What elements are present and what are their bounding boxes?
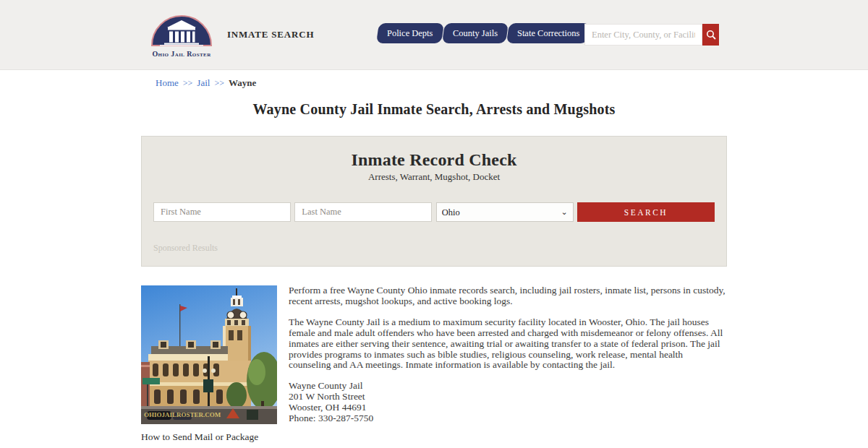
address-street: 201 W North Street bbox=[289, 392, 727, 402]
inmate-search-label: INMATE SEARCH bbox=[227, 29, 314, 40]
courthouse-photo-image: OHIOJAILROSTER.COM bbox=[141, 285, 277, 424]
state-select-wrap: Ohio ⌄ bbox=[436, 202, 574, 222]
main-nav: Police Depts County Jails State Correcti… bbox=[378, 23, 590, 43]
record-search-button[interactable]: SEARCH bbox=[577, 202, 715, 222]
record-check-title: Inmate Record Check bbox=[153, 150, 715, 170]
nav-county-jails-label: County Jails bbox=[453, 28, 498, 39]
breadcrumb-jail-link[interactable]: Jail bbox=[197, 77, 210, 88]
main-content: Home>>Jail>>Wayne Wayne County Jail Inma… bbox=[141, 70, 727, 443]
record-check-form: Ohio ⌄ SEARCH bbox=[153, 202, 715, 222]
nav-county-jails[interactable]: County Jails bbox=[442, 23, 509, 43]
record-check-subtitle: Arrests, Warrant, Mugshot, Docket bbox=[153, 171, 715, 183]
nav-police-depts[interactable]: Police Depts bbox=[376, 23, 443, 43]
address-phone: Phone: 330-287-5750 bbox=[289, 413, 727, 424]
facility-search-button[interactable] bbox=[702, 24, 719, 46]
site-header: Ohio Jail Roster INMATE SEARCH Police De… bbox=[0, 0, 868, 70]
breadcrumb-home-link[interactable]: Home bbox=[156, 77, 179, 88]
nav-state-corrections[interactable]: State Corrections bbox=[506, 23, 590, 43]
intro-paragraph: Perform a free Wayne County Ohio inmate … bbox=[289, 285, 727, 307]
address-city: Wooster, OH 44691 bbox=[289, 402, 727, 413]
breadcrumb: Home>>Jail>>Wayne bbox=[141, 70, 727, 89]
nav-police-depts-label: Police Depts bbox=[387, 28, 433, 39]
content-row: OHIOJAILROSTER.COM Perform a free Wayne … bbox=[141, 285, 727, 424]
photo-watermark: OHIOJAILROSTER.COM bbox=[144, 411, 221, 418]
facility-paragraph: The Wayne County Jail is a medium to max… bbox=[289, 317, 727, 371]
sponsored-results-label: Sponsored Results bbox=[153, 243, 715, 254]
address-name: Wayne County Jail bbox=[289, 381, 727, 392]
logo-caption: Ohio Jail Roster bbox=[147, 50, 216, 58]
nav-state-corrections-label: State Corrections bbox=[517, 28, 579, 39]
address-block: Wayne County Jail 201 W North Street Woo… bbox=[289, 381, 727, 424]
courthouse-dome-logo-icon bbox=[150, 12, 213, 46]
first-name-input[interactable] bbox=[153, 202, 291, 222]
send-mail-link[interactable]: How to Send Mail or Package bbox=[141, 431, 258, 443]
facility-search-input[interactable] bbox=[584, 24, 702, 46]
breadcrumb-separator: >> bbox=[214, 78, 224, 88]
page-title: Wayne County Jail Inmate Search, Arrests… bbox=[141, 101, 727, 118]
description-text: Perform a free Wayne County Ohio inmate … bbox=[289, 285, 727, 424]
last-name-input[interactable] bbox=[294, 202, 432, 222]
state-select[interactable]: Ohio bbox=[436, 202, 574, 222]
search-icon bbox=[706, 30, 716, 40]
breadcrumb-separator: >> bbox=[183, 78, 193, 88]
courthouse-photo[interactable]: OHIOJAILROSTER.COM bbox=[141, 285, 277, 424]
breadcrumb-current: Wayne bbox=[229, 77, 256, 88]
header-search bbox=[584, 24, 719, 46]
site-logo[interactable]: Ohio Jail Roster bbox=[147, 12, 216, 58]
inmate-record-check-panel: Inmate Record Check Arrests, Warrant, Mu… bbox=[141, 136, 727, 267]
